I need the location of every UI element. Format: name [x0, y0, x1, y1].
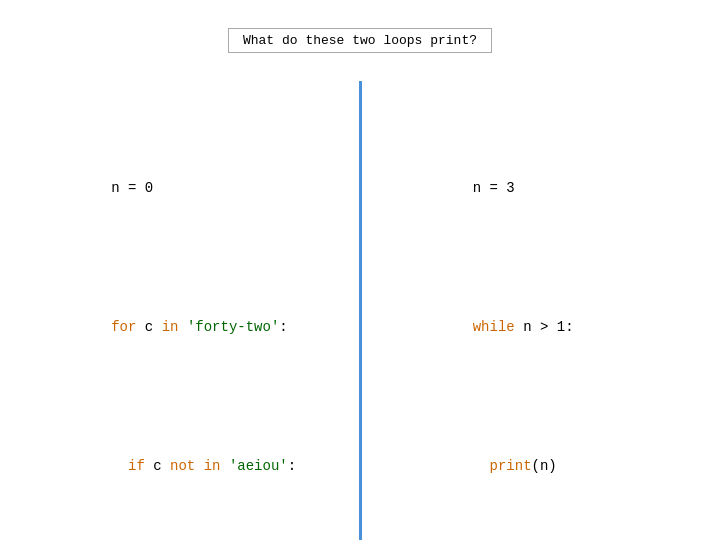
code-token: 'aeiou': [229, 458, 288, 474]
code-token: c: [136, 319, 161, 335]
code-token: [221, 458, 229, 474]
code-token: while: [473, 319, 515, 335]
right-code-block: n = 3 while n > 1: print(n) if n%2 == 0:…: [406, 85, 691, 540]
code-token: :: [279, 319, 287, 335]
code-token: n = 3: [473, 180, 515, 196]
content-area: n = 0 for c in 'forty-two': if c not in …: [0, 71, 720, 540]
code-token: 'forty-two': [187, 319, 279, 335]
code-token: (n): [532, 458, 557, 474]
code-token: n = 0: [111, 180, 153, 196]
right-pane: n = 3 while n > 1: print(n) if n%2 == 0:…: [362, 71, 721, 540]
left-pane: n = 0 for c in 'forty-two': if c not in …: [0, 71, 359, 540]
code-token: :: [288, 458, 296, 474]
code-token: print: [490, 458, 532, 474]
code-token: [473, 458, 490, 474]
code-token: in: [162, 319, 179, 335]
code-line-3: if c not in 'aeiou':: [44, 431, 329, 500]
code-token: if: [128, 458, 145, 474]
code-token: n > 1:: [515, 319, 574, 335]
code-line-1: n = 0: [44, 154, 329, 223]
code-token: in: [204, 458, 221, 474]
code-token: [178, 319, 186, 335]
title-wrapper: What do these two loops print?: [0, 14, 720, 53]
code-token: for: [111, 319, 136, 335]
code-line-r3: print(n): [406, 431, 691, 500]
code-line-2: for c in 'forty-two':: [44, 293, 329, 362]
left-code-block: n = 0 for c in 'forty-two': if c not in …: [44, 85, 329, 540]
code-token: not: [170, 458, 195, 474]
title-box: What do these two loops print?: [228, 28, 492, 53]
title-text: What do these two loops print?: [243, 33, 477, 48]
code-token: [111, 458, 128, 474]
code-token: [195, 458, 203, 474]
code-line-r1: n = 3: [406, 154, 691, 223]
code-token: c: [145, 458, 170, 474]
code-line-r2: while n > 1:: [406, 293, 691, 362]
